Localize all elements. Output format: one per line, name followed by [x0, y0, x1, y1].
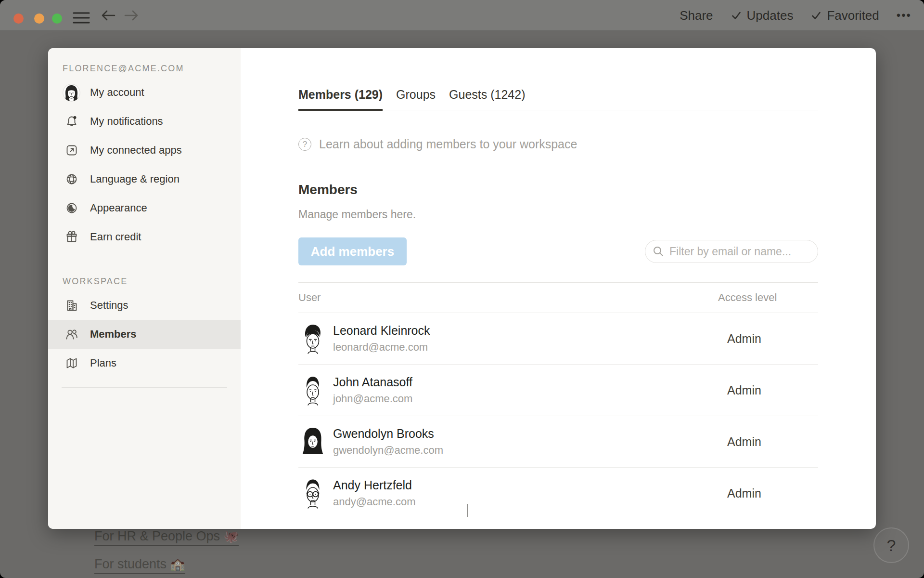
user-avatar-icon: [63, 84, 80, 102]
members-settings-panel: Members (129) Groups Guests (1242) ? Lea…: [241, 48, 876, 529]
member-filter: [645, 240, 818, 263]
sidebar-item-label: Settings: [90, 299, 128, 312]
bell-badge-icon: [63, 115, 80, 128]
learn-link-label: Learn about adding members to your works…: [319, 137, 577, 151]
settings-modal: FLORENCE@ACME.COM: [48, 48, 876, 529]
workspace-section-title: WORKSPACE: [63, 277, 241, 285]
sidebar-item-label: Language & region: [90, 173, 180, 185]
tab-guests[interactable]: Guests (1242): [449, 88, 525, 111]
help-button[interactable]: ?: [873, 527, 909, 563]
members-tabs: Members (129) Groups Guests (1242): [298, 88, 818, 110]
building-icon: [63, 299, 80, 312]
sidebar-item-plans[interactable]: Plans: [48, 349, 241, 378]
table-row[interactable]: Leonard Kleinrock leonard@acme.com Admin: [298, 313, 818, 365]
learn-about-members-link[interactable]: ? Learn about adding members to your wor…: [298, 137, 577, 151]
octopus-emoji-icon: 🐙: [224, 529, 239, 543]
back-arrow-icon[interactable]: [101, 10, 116, 21]
table-row[interactable]: Andy Hertzfeld andy@acme.com Admin: [298, 468, 818, 519]
sidebar-item-my-connected-apps[interactable]: My connected apps: [48, 136, 241, 165]
question-mark-icon: ?: [887, 536, 896, 555]
settings-sidebar: FLORENCE@ACME.COM: [48, 48, 241, 529]
sidebar-item-label: Members: [90, 328, 137, 341]
updates-button[interactable]: Updates: [731, 8, 794, 23]
member-name: John Atanasoff: [333, 375, 412, 389]
app-window: Share Updates Favorited ••• For HR & Peo…: [0, 0, 924, 578]
sidebar-item-label: Earn credit: [90, 231, 141, 243]
check-icon: [810, 10, 822, 21]
sidebar-item-label: My notifications: [90, 115, 163, 128]
sidebar-item-label: Appearance: [90, 202, 147, 214]
member-email: john@acme.com: [333, 393, 412, 405]
sidebar-item-members[interactable]: Members: [48, 320, 241, 349]
member-name: Gwendolyn Brooks: [333, 427, 443, 441]
access-level-value[interactable]: Admin: [718, 332, 818, 346]
man-curly-hair-portrait-avatar: [301, 323, 324, 354]
school-emoji-icon: 🏫: [170, 557, 185, 571]
sidebar-item-my-account[interactable]: My account: [48, 78, 241, 107]
members-table: User Access level: [298, 282, 818, 519]
members-table-header: User Access level: [298, 282, 818, 313]
table-row[interactable]: Gwendolyn Brooks gwendolyn@acme.com Admi…: [298, 416, 818, 468]
external-link-icon: [63, 144, 80, 157]
globe-icon: [63, 172, 80, 186]
question-circle-icon: ?: [298, 138, 311, 151]
sidebar-item-label: My account: [90, 86, 144, 99]
account-section-title: FLORENCE@ACME.COM: [63, 65, 241, 72]
member-email: gwendolyn@acme.com: [333, 444, 443, 457]
map-icon: [63, 356, 80, 370]
sidebar-item-label: My connected apps: [90, 144, 182, 157]
access-level-value[interactable]: Admin: [718, 435, 818, 449]
moon-icon: [63, 201, 80, 215]
share-button[interactable]: Share: [680, 8, 713, 23]
forward-arrow-icon[interactable]: [124, 10, 139, 21]
access-level-value[interactable]: Admin: [718, 383, 818, 397]
search-icon: [652, 245, 665, 258]
sidebar-item-my-notifications[interactable]: My notifications: [48, 107, 241, 136]
zoom-window-button[interactable]: [52, 13, 62, 24]
favorited-button[interactable]: Favorited: [810, 8, 879, 23]
sidebar-item-settings[interactable]: Settings: [48, 291, 241, 320]
man-glasses-portrait-avatar: [301, 478, 324, 509]
man-short-hair-portrait-avatar: [301, 375, 324, 406]
bg-link-students[interactable]: For students 🏫: [94, 557, 185, 574]
tab-groups[interactable]: Groups: [396, 88, 436, 111]
more-options-button[interactable]: •••: [897, 9, 911, 22]
sidebar-item-language-region[interactable]: Language & region: [48, 165, 241, 194]
people-icon: [63, 328, 80, 341]
close-window-button[interactable]: [13, 13, 24, 24]
add-members-button[interactable]: Add members: [298, 237, 407, 265]
column-header-user: User: [298, 291, 718, 304]
members-section-subtitle: Manage members here.: [298, 208, 818, 221]
column-header-access-level: Access level: [718, 291, 818, 304]
member-name: Andy Hertzfeld: [333, 478, 416, 492]
bg-link-hr-people-ops[interactable]: For HR & People Ops 🐙: [94, 529, 239, 546]
member-email: andy@acme.com: [333, 496, 416, 508]
member-name: Leonard Kleinrock: [333, 324, 430, 338]
woman-long-hair-portrait-avatar: [301, 426, 324, 457]
sidebar-divider: [62, 387, 227, 388]
minimize-window-button[interactable]: [34, 13, 44, 24]
table-row[interactable]: John Atanasoff john@acme.com Admin: [298, 365, 818, 416]
window-toolbar: Share Updates Favorited •••: [0, 0, 924, 31]
sidebar-item-appearance[interactable]: Appearance: [48, 194, 241, 223]
members-section-title: Members: [298, 182, 818, 197]
sidebar-toggle-icon[interactable]: [73, 11, 90, 25]
sidebar-item-label: Plans: [90, 357, 116, 369]
sidebar-item-earn-credit[interactable]: Earn credit: [48, 223, 241, 251]
tab-members[interactable]: Members (129): [298, 88, 383, 111]
check-icon: [731, 10, 742, 21]
access-level-value[interactable]: Admin: [718, 486, 818, 500]
filter-members-input[interactable]: [645, 240, 818, 263]
gift-icon: [63, 230, 80, 244]
text-cursor-artifact: [467, 504, 468, 517]
member-email: leonard@acme.com: [333, 341, 430, 354]
